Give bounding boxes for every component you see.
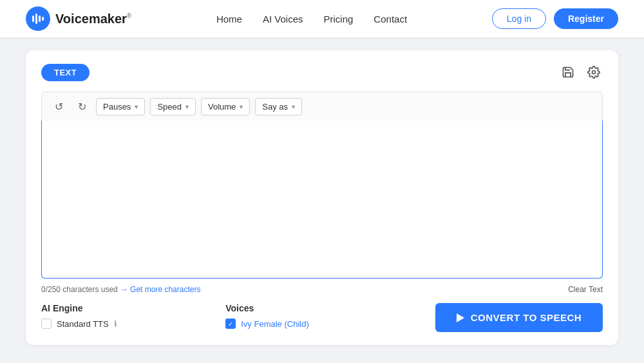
logo-icon bbox=[26, 6, 50, 31]
info-icon[interactable]: ℹ bbox=[114, 319, 117, 328]
nav-home[interactable]: Home bbox=[216, 14, 242, 25]
main-content: TEXT ↺ ↻ bbox=[0, 37, 644, 358]
login-button[interactable]: Log in bbox=[492, 8, 546, 29]
volume-dropdown[interactable]: Volume ▾ bbox=[201, 98, 250, 115]
char-count-left: 0/250 characters used → Get more charact… bbox=[41, 285, 200, 294]
voice-checkbox[interactable]: ✓ bbox=[225, 319, 236, 329]
say-as-dropdown[interactable]: Say as ▾ bbox=[255, 98, 302, 115]
settings-button[interactable] bbox=[585, 63, 603, 81]
standard-tts-label: Standard TTS bbox=[57, 319, 109, 329]
main-card: TEXT ↺ ↻ bbox=[26, 50, 618, 345]
clear-text-button[interactable]: Clear Text bbox=[568, 285, 603, 294]
navbar: Voicemaker® Home AI Voices Pricing Conta… bbox=[0, 0, 644, 37]
standard-tts-checkbox[interactable] bbox=[41, 319, 52, 329]
nav-contact[interactable]: Contact bbox=[374, 14, 407, 25]
brand: Voicemaker® bbox=[26, 6, 131, 31]
svg-rect-1 bbox=[35, 14, 37, 24]
nav-actions: Log in Register bbox=[492, 8, 618, 29]
char-count-row: 0/250 characters used → Get more charact… bbox=[41, 285, 603, 294]
voice-option: ✓ Ivy Female (Child) bbox=[225, 319, 397, 329]
card-header: TEXT bbox=[41, 63, 603, 81]
nav-pricing[interactable]: Pricing bbox=[324, 14, 354, 25]
voices-title: Voices bbox=[225, 303, 397, 313]
card-actions bbox=[559, 63, 603, 81]
play-icon bbox=[457, 313, 464, 322]
svg-rect-0 bbox=[32, 15, 34, 22]
pauses-dropdown[interactable]: Pauses ▾ bbox=[96, 98, 145, 115]
text-input[interactable] bbox=[41, 121, 603, 279]
svg-rect-2 bbox=[39, 15, 41, 22]
speed-dropdown[interactable]: Speed ▾ bbox=[150, 98, 196, 115]
convert-button-label: CONVERT TO SPEECH bbox=[471, 312, 582, 323]
get-more-link[interactable]: → Get more characters bbox=[120, 285, 201, 294]
ai-engine-section: AI Engine Standard TTS ℹ bbox=[41, 303, 213, 329]
svg-rect-3 bbox=[42, 17, 44, 21]
engine-option: Standard TTS ℹ bbox=[41, 319, 213, 329]
editor-toolbar: ↺ ↻ Pauses ▾ Speed ▾ Volume ▾ Say as ▾ bbox=[41, 92, 603, 121]
convert-section: CONVERT TO SPEECH bbox=[397, 303, 603, 332]
nav-links: Home AI Voices Pricing Contact bbox=[216, 14, 407, 25]
text-badge: TEXT bbox=[41, 64, 90, 81]
nav-ai-voices[interactable]: AI Voices bbox=[263, 14, 303, 25]
undo-button[interactable]: ↺ bbox=[50, 97, 68, 115]
svg-point-4 bbox=[592, 71, 596, 74]
char-count: 0/250 characters used bbox=[41, 285, 118, 294]
brand-name: Voicemaker® bbox=[55, 12, 131, 26]
register-button[interactable]: Register bbox=[554, 8, 618, 29]
redo-button[interactable]: ↻ bbox=[73, 97, 91, 115]
voice-label: Ivy Female (Child) bbox=[241, 319, 308, 329]
voices-section: Voices ✓ Ivy Female (Child) bbox=[213, 303, 397, 329]
ai-engine-title: AI Engine bbox=[41, 303, 213, 313]
save-button[interactable] bbox=[559, 63, 577, 81]
convert-to-speech-button[interactable]: CONVERT TO SPEECH bbox=[435, 303, 603, 332]
bottom-section: AI Engine Standard TTS ℹ Voices ✓ Ivy Fe… bbox=[41, 303, 603, 332]
